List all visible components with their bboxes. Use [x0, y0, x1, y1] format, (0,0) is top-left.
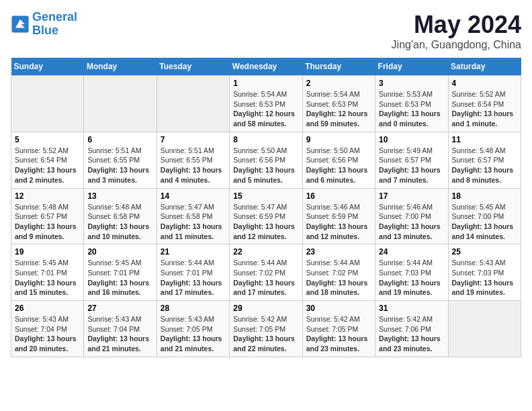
calendar-cell: 13Sunrise: 5:48 AMSunset: 6:58 PMDayligh… [84, 188, 157, 244]
day-info: Sunrise: 5:52 AMSunset: 6:54 PMDaylight:… [452, 89, 517, 129]
calendar-cell: 12Sunrise: 5:48 AMSunset: 6:57 PMDayligh… [11, 188, 84, 244]
day-info: Sunrise: 5:52 AMSunset: 6:54 PMDaylight:… [15, 146, 80, 185]
day-number: 6 [87, 135, 152, 144]
day-number: 21 [161, 247, 226, 257]
week-row-3: 12Sunrise: 5:48 AMSunset: 6:57 PMDayligh… [11, 188, 521, 244]
days-header-row: SundayMondayTuesdayWednesdayThursdayFrid… [11, 58, 521, 76]
day-number: 16 [306, 191, 371, 201]
day-info: Sunrise: 5:42 AMSunset: 7:05 PMDaylight:… [306, 314, 371, 354]
day-info: Sunrise: 5:44 AMSunset: 7:03 PMDaylight:… [379, 258, 444, 298]
day-info: Sunrise: 5:44 AMSunset: 7:02 PMDaylight:… [306, 258, 371, 298]
calendar-cell [11, 76, 84, 132]
day-number: 4 [452, 79, 517, 88]
day-number: 15 [233, 191, 298, 201]
day-info: Sunrise: 5:42 AMSunset: 7:05 PMDaylight:… [233, 314, 298, 354]
calendar-cell: 30Sunrise: 5:42 AMSunset: 7:05 PMDayligh… [302, 301, 375, 357]
day-info: Sunrise: 5:47 AMSunset: 6:59 PMDaylight:… [233, 202, 298, 242]
day-number: 18 [452, 191, 517, 201]
calendar-cell: 17Sunrise: 5:46 AMSunset: 7:00 PMDayligh… [375, 188, 448, 244]
title-block: May 2024 Jing'an, Guangdong, China [392, 11, 521, 51]
day-number: 27 [87, 304, 152, 313]
day-number: 11 [452, 135, 517, 144]
dow-header-thursday: Thursday [302, 58, 375, 76]
calendar-cell: 8Sunrise: 5:50 AMSunset: 6:56 PMDaylight… [230, 132, 302, 188]
day-number: 8 [233, 135, 298, 144]
page-header: General Blue May 2024 Jing'an, Guangdong… [11, 11, 521, 51]
day-number: 23 [306, 247, 371, 257]
day-number: 31 [379, 304, 444, 313]
week-row-5: 26Sunrise: 5:43 AMSunset: 7:04 PMDayligh… [11, 301, 521, 357]
day-number: 10 [379, 135, 444, 144]
day-info: Sunrise: 5:45 AMSunset: 7:01 PMDaylight:… [15, 258, 80, 298]
dow-header-friday: Friday [375, 58, 448, 76]
day-number: 28 [161, 304, 226, 313]
calendar-cell: 27Sunrise: 5:43 AMSunset: 7:04 PMDayligh… [84, 301, 157, 357]
day-info: Sunrise: 5:48 AMSunset: 6:58 PMDaylight:… [87, 202, 152, 242]
day-number: 30 [306, 304, 371, 313]
day-info: Sunrise: 5:54 AMSunset: 6:53 PMDaylight:… [233, 89, 298, 129]
day-number: 9 [306, 135, 371, 144]
calendar-cell: 9Sunrise: 5:50 AMSunset: 6:56 PMDaylight… [302, 132, 375, 188]
dow-header-sunday: Sunday [11, 58, 84, 76]
calendar-cell: 6Sunrise: 5:51 AMSunset: 6:55 PMDaylight… [84, 132, 157, 188]
calendar-cell: 16Sunrise: 5:46 AMSunset: 6:59 PMDayligh… [302, 188, 375, 244]
day-number: 17 [379, 191, 444, 201]
month-year-title: May 2024 [392, 11, 521, 39]
dow-header-tuesday: Tuesday [157, 58, 229, 76]
dow-header-wednesday: Wednesday [230, 58, 302, 76]
day-number: 22 [233, 247, 298, 257]
day-info: Sunrise: 5:54 AMSunset: 6:53 PMDaylight:… [306, 89, 371, 129]
day-info: Sunrise: 5:48 AMSunset: 6:57 PMDaylight:… [452, 146, 517, 185]
calendar-cell: 11Sunrise: 5:48 AMSunset: 6:57 PMDayligh… [448, 132, 521, 188]
calendar-cell: 10Sunrise: 5:49 AMSunset: 6:57 PMDayligh… [375, 132, 448, 188]
day-info: Sunrise: 5:53 AMSunset: 6:53 PMDaylight:… [379, 89, 444, 129]
day-info: Sunrise: 5:42 AMSunset: 7:06 PMDaylight:… [379, 314, 444, 354]
calendar-cell: 25Sunrise: 5:43 AMSunset: 7:03 PMDayligh… [448, 244, 521, 301]
day-info: Sunrise: 5:50 AMSunset: 6:56 PMDaylight:… [306, 146, 371, 185]
week-row-4: 19Sunrise: 5:45 AMSunset: 7:01 PMDayligh… [11, 244, 521, 301]
logo-icon [11, 15, 30, 34]
day-info: Sunrise: 5:43 AMSunset: 7:04 PMDaylight:… [87, 314, 152, 354]
day-info: Sunrise: 5:46 AMSunset: 6:59 PMDaylight:… [306, 202, 371, 242]
calendar-cell: 18Sunrise: 5:45 AMSunset: 7:00 PMDayligh… [448, 188, 521, 244]
calendar-cell: 5Sunrise: 5:52 AMSunset: 6:54 PMDaylight… [11, 132, 84, 188]
day-info: Sunrise: 5:47 AMSunset: 6:58 PMDaylight:… [161, 202, 226, 242]
day-info: Sunrise: 5:51 AMSunset: 6:55 PMDaylight:… [161, 146, 226, 185]
day-info: Sunrise: 5:43 AMSunset: 7:03 PMDaylight:… [452, 258, 517, 298]
calendar-cell: 20Sunrise: 5:45 AMSunset: 7:01 PMDayligh… [84, 244, 157, 301]
calendar-cell: 24Sunrise: 5:44 AMSunset: 7:03 PMDayligh… [375, 244, 448, 301]
day-info: Sunrise: 5:46 AMSunset: 7:00 PMDaylight:… [379, 202, 444, 242]
day-number: 5 [15, 135, 80, 144]
location-subtitle: Jing'an, Guangdong, China [392, 39, 521, 51]
day-number: 14 [161, 191, 226, 201]
day-number: 3 [379, 79, 444, 88]
day-number: 25 [452, 247, 517, 257]
day-number: 29 [233, 304, 298, 313]
day-number: 24 [379, 247, 444, 257]
day-info: Sunrise: 5:43 AMSunset: 7:04 PMDaylight:… [15, 314, 80, 354]
day-number: 7 [161, 135, 226, 144]
logo: General Blue [11, 11, 77, 38]
day-info: Sunrise: 5:48 AMSunset: 6:57 PMDaylight:… [15, 202, 80, 242]
day-number: 1 [233, 79, 298, 88]
day-number: 19 [15, 247, 80, 257]
day-number: 26 [15, 304, 80, 313]
calendar-cell: 3Sunrise: 5:53 AMSunset: 6:53 PMDaylight… [375, 76, 448, 132]
day-info: Sunrise: 5:51 AMSunset: 6:55 PMDaylight:… [87, 146, 152, 185]
day-info: Sunrise: 5:50 AMSunset: 6:56 PMDaylight:… [233, 146, 298, 185]
calendar-cell: 15Sunrise: 5:47 AMSunset: 6:59 PMDayligh… [230, 188, 302, 244]
calendar-cell: 4Sunrise: 5:52 AMSunset: 6:54 PMDaylight… [448, 76, 521, 132]
day-number: 20 [87, 247, 152, 257]
calendar-cell: 28Sunrise: 5:43 AMSunset: 7:05 PMDayligh… [157, 301, 229, 357]
calendar-cell: 2Sunrise: 5:54 AMSunset: 6:53 PMDaylight… [302, 76, 375, 132]
calendar-cell: 23Sunrise: 5:44 AMSunset: 7:02 PMDayligh… [302, 244, 375, 301]
day-number: 12 [15, 191, 80, 201]
calendar-table: SundayMondayTuesdayWednesdayThursdayFrid… [11, 58, 521, 357]
calendar-cell: 14Sunrise: 5:47 AMSunset: 6:58 PMDayligh… [157, 188, 229, 244]
calendar-cell [157, 76, 229, 132]
day-info: Sunrise: 5:49 AMSunset: 6:57 PMDaylight:… [379, 146, 444, 185]
calendar-cell: 21Sunrise: 5:44 AMSunset: 7:01 PMDayligh… [157, 244, 229, 301]
day-info: Sunrise: 5:44 AMSunset: 7:02 PMDaylight:… [233, 258, 298, 298]
calendar-cell: 22Sunrise: 5:44 AMSunset: 7:02 PMDayligh… [230, 244, 302, 301]
calendar-cell: 19Sunrise: 5:45 AMSunset: 7:01 PMDayligh… [11, 244, 84, 301]
